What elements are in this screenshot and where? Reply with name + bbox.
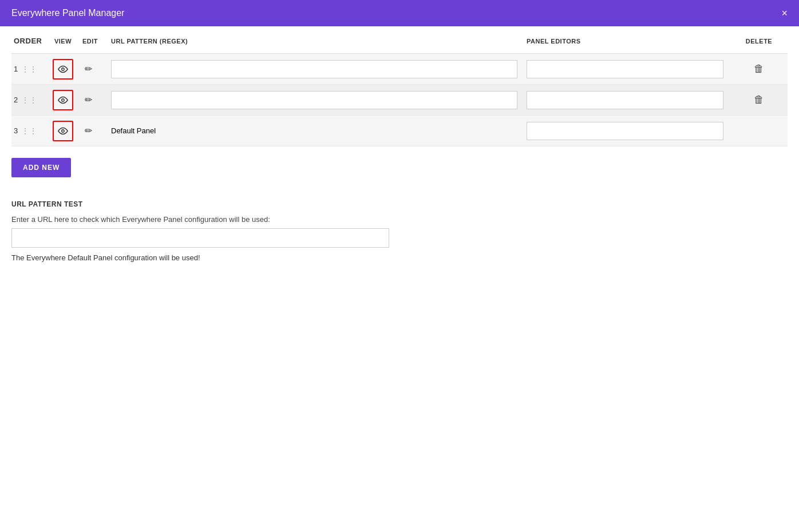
panel-editors-input[interactable] <box>527 122 723 140</box>
default-panel-label: Default Panel <box>111 126 156 135</box>
table-row: 1 ⋮⋮ ✏ 🗑 <box>11 54 788 85</box>
view-button[interactable] <box>53 59 73 80</box>
row-order: 3 ⋮⋮ <box>11 123 46 139</box>
eye-icon <box>57 65 69 73</box>
svg-point-2 <box>62 129 65 132</box>
eye-icon <box>57 96 69 104</box>
header-order: ORDER <box>11 33 46 49</box>
row-order: 1 ⋮⋮ <box>11 61 46 77</box>
delete-cell: 🗑 <box>730 88 788 112</box>
table-row: 3 ⋮⋮ ✏ Default Panel <box>11 116 788 146</box>
url-pattern-cell <box>109 57 524 82</box>
table-row: 2 ⋮⋮ ✏ 🗑 <box>11 85 788 116</box>
view-cell <box>46 55 80 83</box>
delete-button[interactable]: 🗑 <box>749 92 769 108</box>
panel-editors-input[interactable] <box>527 60 723 78</box>
panel-editors-cell <box>524 88 730 113</box>
add-new-button[interactable]: ADD NEW <box>11 158 71 177</box>
url-test-input[interactable] <box>11 228 389 248</box>
view-cell <box>46 117 80 145</box>
table-header: ORDER VIEW EDIT URL PATTERN (REGEX) PANE… <box>11 26 788 54</box>
url-pattern-cell: Default Panel <box>109 123 524 138</box>
main-content: ORDER VIEW EDIT URL PATTERN (REGEX) PANE… <box>0 26 799 273</box>
view-cell <box>46 86 80 114</box>
url-test-label: Enter a URL here to check which Everywhe… <box>11 215 788 224</box>
view-button[interactable] <box>53 121 73 141</box>
delete-cell: 🗑 <box>730 57 788 81</box>
url-pattern-input[interactable] <box>111 60 517 78</box>
panel-editors-cell <box>524 118 730 144</box>
header-edit: EDIT <box>80 33 109 49</box>
svg-point-1 <box>62 98 65 101</box>
order-number: 3 <box>14 126 18 135</box>
drag-handle-icon[interactable]: ⋮⋮ <box>21 65 37 74</box>
title-bar: Everywhere Panel Manager × <box>0 0 799 26</box>
panel-editors-input[interactable] <box>527 91 723 109</box>
panel-editors-cell <box>524 57 730 82</box>
header-delete: DELETE <box>730 33 788 49</box>
url-test-title: URL PATTERN TEST <box>11 200 788 208</box>
edit-cell: ✏ <box>80 120 109 142</box>
drag-handle-icon[interactable]: ⋮⋮ <box>21 126 37 136</box>
header-panel-editors: PANEL EDITORS <box>524 33 730 49</box>
url-test-result: The Everywhere Default Panel configurati… <box>11 253 788 262</box>
row-order: 2 ⋮⋮ <box>11 92 46 108</box>
order-number: 1 <box>14 65 18 73</box>
url-pattern-cell <box>109 88 524 113</box>
delete-button[interactable]: 🗑 <box>749 61 769 77</box>
edit-button[interactable]: ✏ <box>82 92 94 108</box>
eye-icon <box>57 127 69 135</box>
drag-handle-icon[interactable]: ⋮⋮ <box>21 96 37 105</box>
order-number: 2 <box>14 96 18 104</box>
url-pattern-input[interactable] <box>111 91 517 109</box>
app-title: Everywhere Panel Manager <box>11 8 124 18</box>
header-url-pattern: URL PATTERN (REGEX) <box>109 33 524 49</box>
table-body: 1 ⋮⋮ ✏ 🗑 <box>11 54 788 146</box>
header-view: VIEW <box>46 33 80 49</box>
view-button[interactable] <box>53 90 73 110</box>
edit-button[interactable]: ✏ <box>82 61 94 77</box>
svg-point-0 <box>62 68 65 70</box>
url-test-section: URL PATTERN TEST Enter a URL here to che… <box>11 200 788 262</box>
edit-cell: ✏ <box>80 89 109 111</box>
close-button[interactable]: × <box>781 8 788 18</box>
edit-cell: ✏ <box>80 58 109 80</box>
edit-button[interactable]: ✏ <box>82 123 94 138</box>
